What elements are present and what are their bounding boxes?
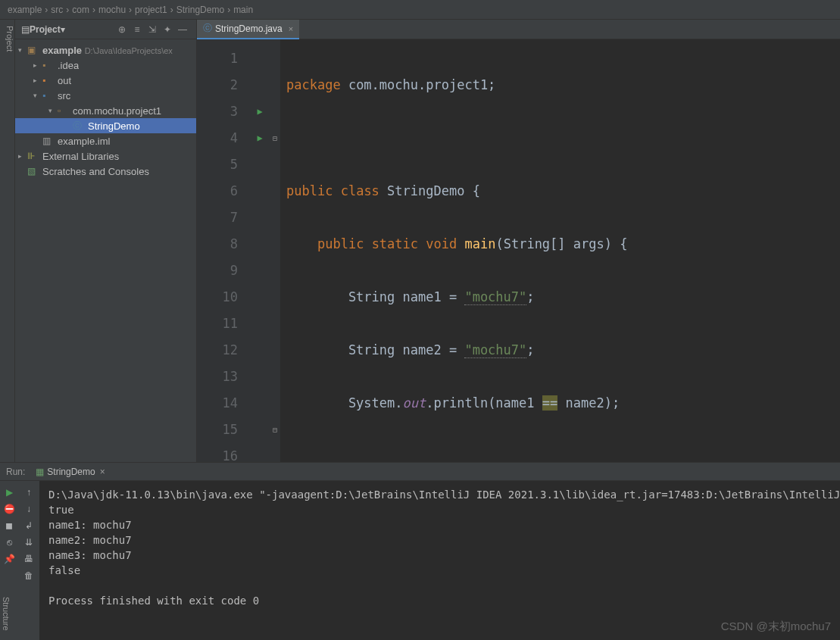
project-scope-dropdown[interactable]: ▾ bbox=[61, 24, 65, 35]
editor-tab-bar: ⓒ StringDemo.java × bbox=[197, 20, 840, 39]
watermark: CSDN @末初mochu7 bbox=[721, 620, 831, 634]
project-tree: ▾▣ example D:\Java\IdeaProjects\ex ▸▪.id… bbox=[15, 39, 196, 182]
project-panel-header: ▤ Project ▾ ⊕ ≡ ⇲ ✦ — bbox=[15, 20, 196, 39]
tree-root[interactable]: ▾▣ example D:\Java\IdeaProjects\ex bbox=[15, 42, 196, 58]
project-panel: ▤ Project ▾ ⊕ ≡ ⇲ ✦ — ▾▣ example D:\Java… bbox=[15, 20, 197, 462]
console-output[interactable]: D:\Java\jdk-11.0.13\bin\java.exe "-javaa… bbox=[39, 481, 840, 640]
run-panel-header: Run: ▦ StringDemo × bbox=[0, 463, 840, 481]
up-button[interactable]: ↑ bbox=[20, 484, 38, 501]
hide-icon[interactable]: — bbox=[176, 23, 189, 36]
tree-src[interactable]: ▾▪src bbox=[15, 88, 196, 103]
exit-button[interactable]: ◼ bbox=[2, 517, 17, 534]
run-gutter: ▶ ▶ bbox=[250, 39, 270, 462]
run-toolbar-secondary: ↑ ↓ ↲ ⇊ 🖶 🗑 bbox=[18, 481, 39, 640]
scroll-button[interactable]: ⇊ bbox=[20, 534, 38, 551]
tree-idea[interactable]: ▸▪.idea bbox=[15, 58, 196, 73]
dump-button[interactable]: ⎋ bbox=[2, 534, 17, 551]
stop-button[interactable]: ⛔ bbox=[2, 501, 17, 517]
tree-libraries[interactable]: ▸⊪External Libraries bbox=[15, 148, 196, 164]
pin-button[interactable]: 📌 bbox=[2, 551, 17, 567]
line-number-gutter: 1 2 3 4 5 6 7 8 9 10 11 12 13 14 15 16 bbox=[197, 39, 250, 462]
tree-package[interactable]: ▾▫com.mochu.project1 bbox=[15, 103, 196, 118]
project-scope-icon: ▤ bbox=[21, 24, 30, 35]
editor-area: ⓒ StringDemo.java × 1 2 3 4 5 6 7 8 9 10… bbox=[197, 20, 840, 462]
down-button[interactable]: ↓ bbox=[20, 501, 38, 517]
run-panel: Run: ▦ StringDemo × ▶ ⛔ ◼ ⎋ 📌 ↑ ↓ ↲ ⇊ 🖶 … bbox=[0, 462, 840, 640]
project-tool-tab[interactable]: Project bbox=[0, 20, 15, 462]
tree-file-stringdemo[interactable]: ⓒStringDemo bbox=[15, 118, 196, 133]
expand-icon[interactable]: ≡ bbox=[131, 23, 143, 36]
close-tab-icon[interactable]: × bbox=[289, 24, 293, 33]
fold-icon[interactable]: ⊟ bbox=[270, 125, 280, 151]
fold-end-icon[interactable]: ⊟ bbox=[270, 417, 280, 443]
wrap-button[interactable]: ↲ bbox=[20, 517, 38, 534]
collapse-icon[interactable]: ⇲ bbox=[146, 23, 158, 36]
fold-gutter: ⊟ ⊟ bbox=[270, 39, 280, 462]
rerun-button[interactable]: ▶ bbox=[2, 484, 17, 501]
tree-out[interactable]: ▸▪out bbox=[15, 73, 196, 88]
code-editor[interactable]: 1 2 3 4 5 6 7 8 9 10 11 12 13 14 15 16 ▶ bbox=[197, 39, 840, 462]
run-class-icon[interactable]: ▶ bbox=[250, 98, 270, 125]
locate-icon[interactable]: ⊕ bbox=[116, 23, 128, 36]
tree-scratches[interactable]: ▧Scratches and Consoles bbox=[15, 164, 196, 179]
settings-icon[interactable]: ✦ bbox=[161, 23, 173, 36]
clear-button[interactable]: 🗑 bbox=[20, 567, 38, 584]
run-label: Run: bbox=[6, 467, 25, 477]
tree-iml[interactable]: ▥example.iml bbox=[15, 133, 196, 148]
code-content[interactable]: package com.mochu.project1; public class… bbox=[280, 39, 840, 462]
run-tab-label: StringDemo bbox=[47, 467, 95, 477]
run-main-icon[interactable]: ▶ bbox=[250, 125, 270, 151]
java-class-icon: ⓒ bbox=[203, 22, 212, 35]
run-tab[interactable]: ▦ StringDemo × bbox=[31, 467, 109, 477]
run-config-icon: ▦ bbox=[36, 467, 44, 477]
print-button[interactable]: 🖶 bbox=[20, 551, 38, 567]
close-run-tab-icon[interactable]: × bbox=[100, 467, 105, 477]
project-panel-title[interactable]: Project bbox=[30, 24, 61, 35]
structure-tool-tab[interactable]: Structure bbox=[0, 591, 12, 637]
editor-tab-stringdemo[interactable]: ⓒ StringDemo.java × bbox=[197, 20, 299, 39]
editor-tab-label: StringDemo.java bbox=[215, 23, 283, 34]
breadcrumb[interactable]: example› src› com› mochu› project1› Stri… bbox=[0, 0, 840, 20]
